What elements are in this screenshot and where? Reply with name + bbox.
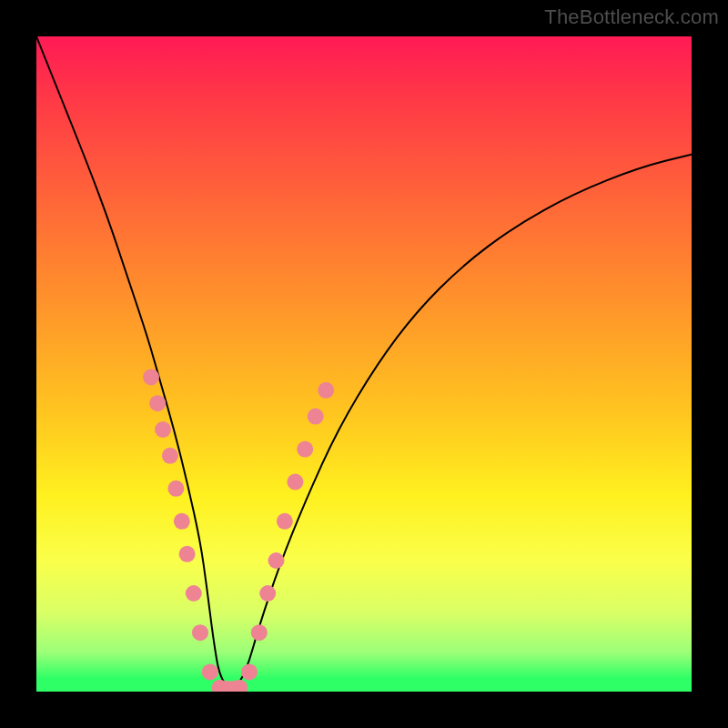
data-marker <box>149 395 166 411</box>
data-marker <box>167 480 184 497</box>
data-marker <box>192 624 208 641</box>
data-marker <box>308 409 324 425</box>
data-marker <box>259 585 276 602</box>
data-marker <box>277 513 293 530</box>
data-marker <box>287 474 303 490</box>
data-marker <box>241 663 258 680</box>
marker-group <box>143 369 334 692</box>
data-marker <box>143 369 159 385</box>
plot-area <box>36 36 692 692</box>
chart-container: TheBottleneck.com <box>0 0 728 728</box>
data-marker <box>202 663 218 680</box>
data-marker <box>297 441 313 458</box>
data-marker <box>251 624 268 641</box>
data-marker <box>174 513 190 530</box>
data-marker <box>179 546 196 562</box>
bottleneck-curve-path <box>36 36 692 688</box>
data-marker <box>162 448 178 464</box>
data-marker <box>318 382 334 399</box>
data-marker <box>155 421 171 438</box>
watermark-text: TheBottleneck.com <box>544 5 719 29</box>
data-marker <box>268 552 285 569</box>
curve-svg <box>36 36 692 692</box>
data-marker <box>186 585 202 602</box>
